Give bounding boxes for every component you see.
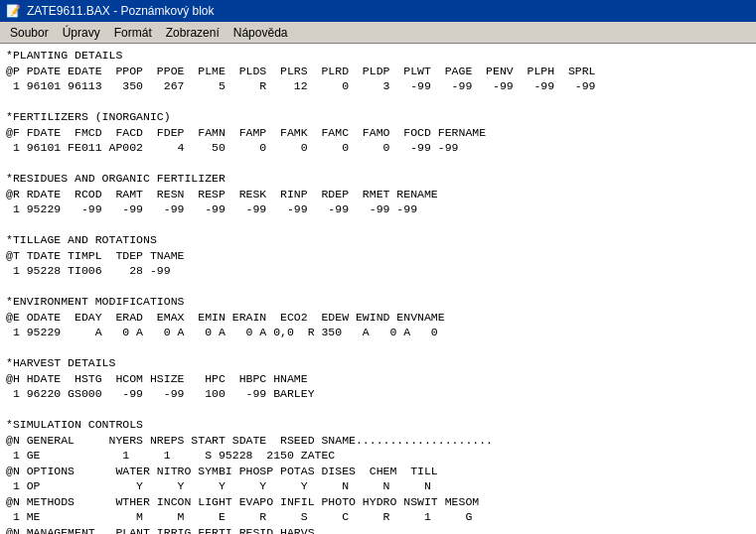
text-line: @F FDATE FMCD FACD FDEP FAMN FAMP FAMK F… xyxy=(6,125,750,141)
text-line: @P PDATE EDATE PPOP PPOE PLME PLDS PLRS … xyxy=(6,64,750,79)
text-line: *RESIDUES AND ORGANIC FERTILIZER xyxy=(6,171,750,187)
notepad-icon: 📝 xyxy=(6,4,21,18)
text-line: 1 96101 FE011 AP002 4 50 0 0 0 0 -99 -99 xyxy=(6,140,750,156)
text-line: @N OPTIONS WATER NITRO SYMBI PHOSP POTAS… xyxy=(6,464,750,479)
text-line: 1 96101 96113 350 267 5 R 12 0 3 -99 -99… xyxy=(6,78,750,94)
text-line: 1 95229 -99 -99 -99 -99 -99 -99 -99 -99 … xyxy=(6,201,750,217)
text-line xyxy=(6,279,750,295)
text-line: *SIMULATION CONTROLS xyxy=(6,417,750,433)
text-line: 1 96220 GS000 -99 -99 100 -99 BARLEY xyxy=(6,386,750,402)
text-line: @T TDATE TIMPL TDEP TNAME xyxy=(6,248,750,264)
text-line: 1 95229 A 0 A 0 A 0 A 0 A 0,0 R 350 A 0 … xyxy=(6,325,750,340)
menu-soubor[interactable]: Soubor xyxy=(4,25,55,41)
text-line: @R RDATE RCOD RAMT RESN RESP RESK RINP R… xyxy=(6,187,750,202)
text-line: *FERTILIZERS (INORGANIC) xyxy=(6,109,750,125)
menu-format[interactable]: Formát xyxy=(108,25,158,41)
text-line: 1 OP Y Y Y Y Y N N N xyxy=(6,478,750,494)
menu-upravy[interactable]: Úpravy xyxy=(57,25,106,41)
text-line xyxy=(6,94,750,110)
text-line: *ENVIRONMENT MODIFICATIONS xyxy=(6,294,750,310)
menu-napoveda[interactable]: Nápověda xyxy=(227,25,294,41)
content-area[interactable]: *PLANTING DETAILS@P PDATE EDATE PPOP PPO… xyxy=(0,44,756,534)
text-line: 1 95228 TI006 28 -99 xyxy=(6,263,750,279)
title-bar: 📝 ZATE9611.BAX - Poznámkový blok xyxy=(0,0,756,22)
text-line xyxy=(6,156,750,172)
menu-zobrazeni[interactable]: Zobrazení xyxy=(160,25,226,41)
text-line: @H HDATE HSTG HCOM HSIZE HPC HBPC HNAME xyxy=(6,371,750,387)
text-line: @N MANAGEMENT PLANT IRRIG FERTI RESID HA… xyxy=(6,525,750,534)
text-line: 1 ME M M E R S C R 1 G xyxy=(6,509,750,525)
text-line: @N METHODS WTHER INCON LIGHT EVAPO INFIL… xyxy=(6,494,750,510)
menu-bar: Soubor Úpravy Formát Zobrazení Nápověda xyxy=(0,22,756,44)
text-line: *PLANTING DETAILS xyxy=(6,48,750,64)
text-line: 1 GE 1 1 S 95228 2150 ZATEC xyxy=(6,448,750,464)
text-line xyxy=(6,402,750,418)
text-line xyxy=(6,217,750,233)
text-line: *TILLAGE AND ROTATIONS xyxy=(6,232,750,248)
text-line: @N GENERAL NYERS NREPS START SDATE RSEED… xyxy=(6,433,750,449)
text-line: *HARVEST DETAILS xyxy=(6,355,750,371)
window-title: ZATE9611.BAX - Poznámkový blok xyxy=(27,4,215,18)
text-line xyxy=(6,340,750,356)
text-line: @E ODATE EDAY ERAD EMAX EMIN ERAIN ECO2 … xyxy=(6,310,750,326)
